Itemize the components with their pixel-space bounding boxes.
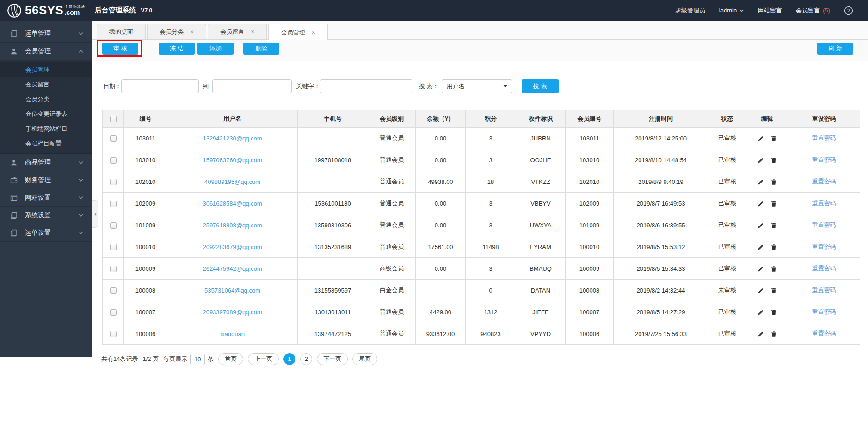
- sidebar-item-website-settings[interactable]: 网站设置: [0, 189, 92, 207]
- tab-close-icon[interactable]: ×: [311, 29, 315, 36]
- delete-icon[interactable]: [770, 244, 777, 250]
- tab-member-categories[interactable]: 会员分类×: [147, 24, 206, 39]
- edit-icon[interactable]: [757, 244, 764, 250]
- delete-icon[interactable]: [770, 309, 777, 316]
- username-link[interactable]: xiaoquan: [220, 330, 245, 337]
- row-checkbox[interactable]: [110, 244, 117, 250]
- page-indicator: 1/2 页: [142, 355, 159, 363]
- pagination-page-2[interactable]: 2: [300, 353, 312, 365]
- username-link[interactable]: 2624475942@qq.com: [203, 265, 262, 272]
- delete-button[interactable]: 删除: [243, 43, 279, 55]
- wallet-icon: [10, 177, 18, 184]
- sidebar-item-system-settings[interactable]: 系统设置: [0, 207, 92, 224]
- delete-icon[interactable]: [770, 201, 777, 207]
- reset-password-link[interactable]: 重置密码: [812, 265, 836, 272]
- sidebar-subitem-mobile-site-columns[interactable]: 手机端网站栏目: [0, 122, 92, 136]
- sidebar-subitem-member-categories[interactable]: 会员分类: [0, 92, 92, 107]
- pagination-page-1[interactable]: 1: [283, 353, 295, 365]
- search-type-select[interactable]: 用户名: [442, 79, 512, 93]
- per-page-input[interactable]: [190, 354, 205, 365]
- row-checkbox[interactable]: [110, 179, 117, 185]
- username-link[interactable]: 2092283679@qq.com: [203, 244, 262, 250]
- edit-icon[interactable]: [757, 309, 764, 316]
- username-link[interactable]: 535731064@qq.com: [204, 287, 260, 294]
- delete-icon[interactable]: [770, 287, 777, 294]
- refresh-button[interactable]: 刷 新: [817, 43, 853, 55]
- reset-password-link[interactable]: 重置密码: [812, 308, 836, 315]
- pagination-prev[interactable]: 上一页: [248, 353, 279, 365]
- row-checkbox[interactable]: [110, 331, 117, 337]
- keyword-input[interactable]: [320, 79, 412, 93]
- reset-password-link[interactable]: 重置密码: [812, 156, 836, 163]
- edit-icon[interactable]: [757, 201, 764, 207]
- delete-icon[interactable]: [770, 331, 777, 337]
- delete-icon[interactable]: [770, 157, 777, 164]
- reset-password-link[interactable]: 重置密码: [812, 200, 836, 207]
- username-link[interactable]: 3061628584@qq.com: [203, 200, 262, 207]
- tab-my-desktop[interactable]: 我的桌面: [97, 24, 146, 39]
- sidebar-subitem-member-management[interactable]: 会员管理: [0, 62, 92, 77]
- edit-icon[interactable]: [757, 135, 764, 142]
- row-checkbox[interactable]: [110, 201, 117, 207]
- username-link[interactable]: 2093397089@qq.com: [203, 309, 262, 316]
- tab-close-icon[interactable]: ×: [190, 29, 194, 35]
- edit-icon[interactable]: [757, 266, 764, 272]
- sidebar-item-finance-management[interactable]: 财务管理: [0, 171, 92, 189]
- cell-member-no: 103011: [566, 128, 614, 149]
- sidebar-item-product-management[interactable]: 商品管理: [0, 154, 92, 171]
- reset-password-link[interactable]: 重置密码: [812, 221, 836, 228]
- row-checkbox[interactable]: [110, 135, 117, 142]
- edit-icon[interactable]: [757, 331, 764, 337]
- edit-icon[interactable]: [757, 222, 764, 229]
- reset-password-link[interactable]: 重置密码: [812, 287, 836, 293]
- edit-icon[interactable]: [757, 157, 764, 164]
- freeze-button[interactable]: 冻 结: [159, 43, 195, 55]
- sidebar-item-waybill-management[interactable]: 运单管理: [0, 25, 92, 43]
- select-all-checkbox[interactable]: [110, 116, 117, 122]
- audit-button[interactable]: 审 核: [102, 43, 138, 55]
- delete-icon[interactable]: [770, 179, 777, 185]
- row-checkbox[interactable]: [110, 309, 117, 316]
- reset-password-link[interactable]: 重置密码: [812, 243, 836, 250]
- row-checkbox[interactable]: [110, 266, 117, 272]
- reset-password-link[interactable]: 重置密码: [812, 134, 836, 141]
- pagination-first[interactable]: 首页: [218, 353, 243, 365]
- username-link[interactable]: 409889195@qq.com: [204, 178, 260, 185]
- sidebar-collapse-handle[interactable]: [92, 200, 98, 228]
- sidebar-item-member-management[interactable]: 会员管理: [0, 43, 92, 60]
- username-link[interactable]: 1329421230@qq.com: [203, 135, 262, 142]
- tab-member-messages[interactable]: 会员留言×: [208, 24, 267, 39]
- row-checkbox[interactable]: [110, 287, 117, 294]
- edit-icon[interactable]: [757, 287, 764, 294]
- member-messages-link[interactable]: 会员留言 (5): [796, 6, 830, 15]
- edit-icon[interactable]: [757, 179, 764, 185]
- pagination-next[interactable]: 下一页: [317, 353, 348, 365]
- add-button[interactable]: 添加: [197, 43, 234, 55]
- reset-password-link[interactable]: 重置密码: [812, 330, 836, 337]
- help-icon[interactable]: ?: [844, 6, 853, 15]
- row-checkbox[interactable]: [110, 157, 117, 164]
- tab-close-icon[interactable]: ×: [251, 29, 254, 35]
- username-link[interactable]: 2597618808@qq.com: [203, 222, 262, 229]
- reset-password-link[interactable]: 重置密码: [812, 178, 836, 185]
- site-messages-link[interactable]: 网站留言: [758, 6, 782, 15]
- date-to-input[interactable]: [212, 79, 292, 93]
- cell-phone: 13590310306: [298, 214, 368, 236]
- cell-status: 未审核: [708, 280, 746, 301]
- user-menu[interactable]: iadmin: [719, 7, 744, 14]
- sidebar-item-waybill-settings[interactable]: 运单设置: [0, 224, 92, 242]
- tab-member-management[interactable]: 会员管理×: [268, 24, 327, 40]
- tab-label: 会员分类: [160, 28, 184, 36]
- delete-icon[interactable]: [770, 266, 777, 272]
- delete-icon[interactable]: [770, 135, 777, 142]
- date-from-input[interactable]: [121, 79, 199, 93]
- sidebar-subitem-member-column-config[interactable]: 会员栏目配置: [0, 136, 92, 151]
- username-link[interactable]: 1597063760@qq.com: [203, 157, 262, 164]
- search-button[interactable]: 搜 索: [522, 79, 559, 93]
- table-row: 100006xiaoquan13974472125普通会员933612.0094…: [103, 323, 860, 345]
- row-checkbox[interactable]: [110, 222, 117, 229]
- sidebar-subitem-member-messages[interactable]: 会员留言: [0, 77, 92, 92]
- sidebar-subitem-warehouse-change-log[interactable]: 仓位变更记录表: [0, 107, 92, 122]
- delete-icon[interactable]: [770, 222, 777, 229]
- pagination-last[interactable]: 尾页: [352, 353, 377, 365]
